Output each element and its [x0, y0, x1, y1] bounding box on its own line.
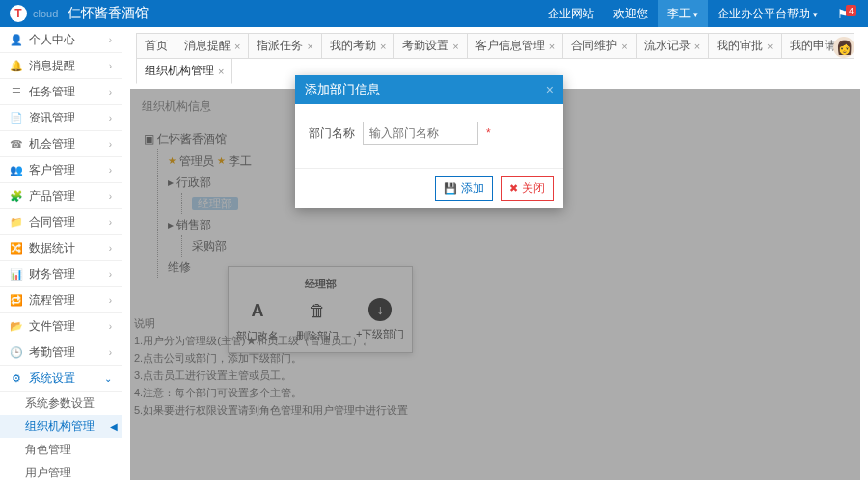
sidebar-icon: 👤 — [10, 34, 23, 46]
sidebar-item-6[interactable]: 🧩产品管理› — [0, 183, 122, 209]
chevron-icon: › — [109, 35, 112, 45]
sidebar-item-13[interactable]: ⚙系统设置⌄ — [0, 366, 122, 392]
tab-0[interactable]: 组织机构管理× — [136, 58, 232, 84]
logo-icon: T — [10, 5, 27, 22]
notification-badge: 4 — [846, 5, 856, 16]
sidebar-item-label: 机会管理 — [29, 136, 75, 152]
tab-close-icon[interactable]: × — [621, 41, 627, 52]
sidebar-item-12[interactable]: 🕒考勤管理› — [0, 339, 122, 366]
add-button[interactable]: 💾添加 — [435, 176, 493, 201]
chevron-icon: › — [109, 347, 112, 358]
tab-close-icon[interactable]: × — [452, 41, 458, 52]
sidebar-icon: ☰ — [10, 86, 23, 98]
chevron-icon: › — [109, 217, 112, 228]
sidebar-sub-3[interactable]: 用户管理 — [0, 461, 122, 484]
close-icon: ✖ — [509, 182, 518, 195]
tab-close-icon[interactable]: × — [549, 41, 555, 52]
sidebar-item-7[interactable]: 📁合同管理› — [0, 209, 122, 235]
tab-label: 组织机构管理 — [145, 63, 214, 79]
sidebar-icon: 📄 — [10, 112, 23, 124]
sidebar-item-label: 产品管理 — [29, 188, 75, 204]
tab-close-icon[interactable]: × — [218, 66, 224, 77]
chevron-down-icon: ▾ — [813, 10, 818, 19]
sidebar-item-label: 任务管理 — [29, 84, 75, 100]
chevron-icon: › — [109, 61, 112, 71]
tab-close-icon[interactable]: × — [767, 41, 773, 52]
tab-close-icon[interactable]: × — [234, 41, 240, 52]
tab-6[interactable]: 合同维护× — [562, 33, 636, 59]
sidebar-item-label: 合同管理 — [29, 214, 75, 230]
chevron-icon: › — [109, 321, 112, 332]
chevron-icon: › — [109, 295, 112, 306]
sidebar-item-label: 消息提醒 — [29, 58, 75, 74]
tab-close-icon[interactable]: × — [694, 41, 700, 52]
chevron-icon: › — [109, 113, 112, 123]
sidebar-icon: 🧩 — [10, 190, 23, 203]
tab-label: 指派任务 — [257, 38, 303, 54]
sidebar-item-1[interactable]: 🔔消息提醒› — [0, 53, 122, 79]
tab-5[interactable]: 客户信息管理× — [467, 33, 563, 59]
sidebar-item-label: 系统设置 — [29, 370, 75, 387]
sidebar-icon: 🔀 — [10, 242, 23, 255]
sidebar-sub-0[interactable]: 系统参数设置 — [0, 392, 122, 415]
sidebar-item-0[interactable]: 👤个人中心› — [0, 27, 122, 53]
sidebar-sub-2[interactable]: 角色管理 — [0, 438, 122, 461]
tab-7[interactable]: 流水记录× — [636, 33, 709, 59]
tab-3[interactable]: 我的考勤× — [321, 33, 394, 59]
sidebar-item-11[interactable]: 📂文件管理› — [0, 313, 122, 339]
required-mark: * — [486, 126, 491, 140]
sidebar-item-9[interactable]: 📊财务管理› — [0, 261, 122, 287]
tab-2[interactable]: 指派任务× — [248, 33, 321, 59]
close-button[interactable]: ✖关闭 — [501, 176, 554, 201]
tab-label: 我的申请 — [790, 38, 836, 54]
sidebar-item-10[interactable]: 🔁流程管理› — [0, 287, 122, 313]
tab-8[interactable]: 我的审批× — [708, 33, 781, 59]
tab-label: 我的考勤 — [330, 38, 376, 54]
sidebar-icon: 📊 — [10, 268, 23, 281]
header-help-menu[interactable]: 企业办公平台帮助▾ — [708, 0, 827, 28]
tab-label: 流水记录 — [644, 38, 691, 54]
sidebar-sub-1[interactable]: 组织机构管理 — [0, 415, 122, 438]
header-user-menu[interactable]: 李工▾ — [658, 0, 708, 28]
sidebar-icon: 📂 — [10, 320, 23, 333]
tab-0[interactable]: 首页 — [136, 33, 176, 59]
tab-close-icon[interactable]: × — [307, 41, 312, 52]
sidebar-sub-4[interactable]: 数据字典 — [0, 484, 122, 488]
sidebar-item-2[interactable]: ☰任务管理› — [0, 79, 122, 105]
sidebar-item-label: 流程管理 — [29, 292, 75, 309]
header-link-site[interactable]: 企业网站 — [538, 0, 604, 27]
sidebar-item-5[interactable]: 👥客户管理› — [0, 157, 122, 183]
chevron-icon: › — [109, 191, 112, 202]
modal-close-icon[interactable]: × — [546, 82, 554, 97]
modal-header: 添加部门信息 × — [295, 75, 563, 104]
sidebar-icon: ⚙ — [10, 372, 23, 385]
sidebar-item-label: 个人中心 — [29, 32, 75, 48]
tab-1[interactable]: 消息提醒× — [176, 33, 249, 59]
sidebar-icon: 👥 — [10, 164, 23, 176]
sidebar-item-label: 资讯管理 — [29, 110, 75, 126]
tab-label: 首页 — [145, 38, 168, 54]
sidebar-item-label: 客户管理 — [29, 162, 75, 178]
sidebar-icon: ☎ — [10, 138, 23, 150]
chevron-down-icon: ▾ — [693, 10, 698, 19]
app-header: T cloud 仁怀酱香酒馆 企业网站 欢迎您 李工▾ 企业办公平台帮助▾ ⚑ … — [0, 0, 868, 27]
tab-close-icon[interactable]: × — [380, 41, 386, 52]
field-label: 部门名称 — [309, 125, 355, 142]
chevron-icon: › — [109, 87, 112, 97]
notification-button[interactable]: ⚑ 4 — [827, 7, 858, 21]
tab-label: 合同维护 — [571, 38, 617, 54]
sidebar-icon: 🕒 — [10, 346, 23, 359]
sidebar-icon: 🔁 — [10, 294, 23, 307]
avatar[interactable]: 👩 — [833, 37, 854, 58]
tab-4[interactable]: 考勤设置× — [393, 33, 467, 59]
sidebar-item-label: 考勤管理 — [29, 344, 75, 361]
dept-name-input[interactable] — [363, 122, 478, 145]
add-dept-modal: 添加部门信息 × 部门名称 * 💾添加 ✖关闭 — [295, 75, 563, 208]
sidebar-item-4[interactable]: ☎机会管理› — [0, 131, 122, 157]
app-title: 仁怀酱香酒馆 — [68, 5, 538, 22]
sidebar-item-8[interactable]: 🔀数据统计› — [0, 235, 122, 261]
sidebar-icon: 🔔 — [10, 60, 23, 72]
sidebar-item-3[interactable]: 📄资讯管理› — [0, 105, 122, 131]
tab-label: 考勤设置 — [402, 38, 448, 54]
chevron-icon: ⌄ — [104, 373, 112, 384]
